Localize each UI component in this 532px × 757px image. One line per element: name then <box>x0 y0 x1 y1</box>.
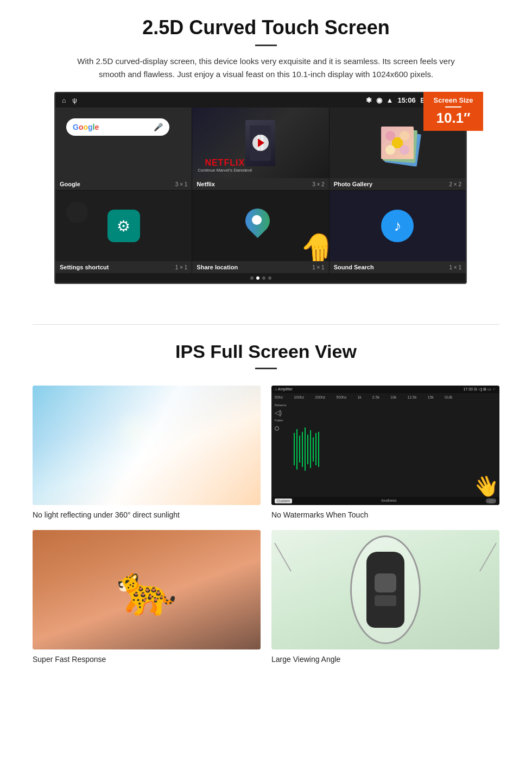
amp-time: 17:33 ⊟ ◁) ⊠ ▭ ← <box>463 387 496 392</box>
netflix-app-name: Netflix <box>197 181 215 187</box>
car-roof <box>375 595 396 606</box>
amp-status-bar: ⌂ Amplifier 17:33 ⊟ ◁) ⊠ ▭ ← <box>271 386 499 393</box>
settings-icon-bg: ⚙ <box>107 210 140 242</box>
section2-underline <box>255 368 277 369</box>
title-underline <box>255 45 277 46</box>
badge-size: 10.1″ <box>429 110 478 127</box>
netflix-app-size: 3 × 2 <box>312 181 325 187</box>
play-triangle <box>258 138 264 147</box>
settings-app-name: Settings shortcut <box>60 264 109 270</box>
feature-caption-sunlight: No light reflecting under 360° direct su… <box>33 510 261 519</box>
location-icon: ◉ <box>376 96 382 104</box>
section-ips: IPS Full Screen View No light reflecting… <box>0 341 532 685</box>
settings-thumbnail: ⚙ <box>55 191 192 261</box>
screen-size-badge: Screen Size 10.1″ <box>423 92 483 131</box>
cheetah-visual: 🐆 <box>33 530 261 649</box>
google-thumbnail: Google 🎤 <box>55 108 192 178</box>
touch-hand: 🤚 <box>300 231 329 261</box>
feature-image-sunlight <box>33 386 261 505</box>
section2-title: IPS Full Screen View <box>33 341 499 362</box>
feature-image-car <box>271 530 499 649</box>
netflix-brand: NETFLIX <box>198 158 252 168</box>
car-visual <box>271 530 499 649</box>
feature-caption-cheetah: Super Fast Response <box>33 655 261 664</box>
gallery-app-size: 2 × 2 <box>449 181 461 187</box>
maps-pin-inner <box>252 215 262 225</box>
app-cell-sound[interactable]: ♪ Sound Search 1 × 1 <box>330 191 466 273</box>
device-ui: ⌂ ψ ✱ ◉ ▲ 15:06 ⊟ ◁) ⊠ ▭ <box>54 92 467 284</box>
mic-icon[interactable]: 🎤 <box>154 123 163 131</box>
dot-2-active[interactable] <box>256 276 259 280</box>
music-note-icon: ♪ <box>394 217 401 235</box>
settings-app-size: 1 × 1 <box>175 264 188 270</box>
feature-sunlight: No light reflecting under 360° direct su… <box>33 386 261 519</box>
app-cell-settings[interactable]: ⚙ Settings shortcut 1 × 1 <box>55 191 192 273</box>
share-label-row: Share location 1 × 1 <box>192 261 328 273</box>
music-icon-bg: ♪ <box>381 210 414 242</box>
share-app-name: Share location <box>197 264 238 270</box>
google-app-size: 3 × 1 <box>175 181 188 187</box>
maps-icon-container <box>245 209 275 244</box>
home-icon[interactable]: ⌂ <box>62 97 66 104</box>
dot-4[interactable] <box>268 276 271 280</box>
share-thumbnail: 🤚 <box>192 191 328 261</box>
amp-visual: ⌂ Amplifier 17:33 ⊟ ◁) ⊠ ▭ ← 60hz 100hz … <box>271 386 499 505</box>
gallery-app-name: Photo Gallery <box>334 181 373 187</box>
amp-custom-btn[interactable]: Custom <box>275 499 292 503</box>
gear-symbol: ⚙ <box>117 217 130 235</box>
share-app-size: 1 × 1 <box>312 264 325 270</box>
pagination <box>55 273 466 283</box>
wifi-icon: ▲ <box>387 96 394 104</box>
status-left: ⌂ ψ <box>62 97 77 104</box>
google-content: Google 🎤 <box>61 113 186 141</box>
google-search-bar[interactable]: Google 🎤 <box>66 118 169 136</box>
feature-cheetah: 🐆 Super Fast Response <box>33 530 261 664</box>
feature-caption-amplifier: No Watermarks When Touch <box>271 510 499 519</box>
badge-label: Screen Size <box>429 96 478 104</box>
netflix-label-overlay: NETFLIX Continue Marvel's Daredevil <box>198 158 252 173</box>
feature-image-amplifier: ⌂ Amplifier 17:33 ⊟ ◁) ⊠ ▭ ← 60hz 100hz … <box>271 386 499 505</box>
car-oval <box>350 535 421 644</box>
sky-visual <box>33 386 261 505</box>
netflix-label-row: Netflix 3 × 2 <box>192 178 328 190</box>
sound-app-name: Sound Search <box>334 264 374 270</box>
netflix-thumbnail: NETFLIX Continue Marvel's Daredevil <box>192 108 328 178</box>
badge-divider <box>445 106 461 108</box>
sound-thumbnail: ♪ <box>330 191 466 261</box>
dot-3[interactable] <box>262 276 265 280</box>
feature-car: Large Viewing Angle <box>271 530 499 664</box>
app-cell-share[interactable]: 🤚 Share location 1 × 1 <box>192 191 328 273</box>
photo-stack <box>376 121 419 165</box>
app-grid: Google 🎤 Google 3 × 1 <box>55 108 466 273</box>
dot-1[interactable] <box>250 276 254 280</box>
section-divider <box>33 324 499 325</box>
photo-front <box>381 127 414 159</box>
status-time: 15:06 <box>397 96 415 104</box>
app-cell-google[interactable]: Google 🎤 Google 3 × 1 <box>55 108 192 190</box>
amp-footer: Custom loudness ◯ <box>271 497 499 505</box>
google-app-name: Google <box>60 181 80 187</box>
section-curved-screen: 2.5D Curved Touch Screen With 2.5D curve… <box>0 0 532 297</box>
amp-home-icon: ⌂ Amplifier <box>275 387 293 392</box>
section1-title: 2.5D Curved Touch Screen <box>33 16 499 39</box>
feature-caption-car: Large Viewing Angle <box>271 655 499 664</box>
section1-description: With 2.5D curved-display screen, this de… <box>76 55 456 81</box>
sound-app-size: 1 × 1 <box>449 264 461 270</box>
google-logo: Google <box>73 123 99 131</box>
cheetah-emoji: 🐆 <box>116 562 177 619</box>
feature-amplifier: ⌂ Amplifier 17:33 ⊟ ◁) ⊠ ▭ ← 60hz 100hz … <box>271 386 499 519</box>
netflix-subtitle: Continue Marvel's Daredevil <box>198 168 252 173</box>
usb-icon: ψ <box>72 97 77 104</box>
app-cell-netflix[interactable]: NETFLIX Continue Marvel's Daredevil Netf… <box>192 108 328 190</box>
amp-controls: Balance ◁) Fader <box>271 401 499 497</box>
car-body <box>366 552 404 628</box>
sound-label-row: Sound Search 1 × 1 <box>330 261 466 273</box>
feature-image-cheetah: 🐆 <box>33 530 261 649</box>
angle-line-left <box>274 543 292 572</box>
settings-label-row: Settings shortcut 1 × 1 <box>55 261 192 273</box>
device-wrapper: Screen Size 10.1″ ⌂ ψ ✱ ◉ ▲ 15:06 ⊟ ◁) ⊠ <box>54 92 478 284</box>
status-bar: ⌂ ψ ✱ ◉ ▲ 15:06 ⊟ ◁) ⊠ ▭ <box>55 93 466 108</box>
feature-grid: No light reflecting under 360° direct su… <box>33 386 499 664</box>
play-button[interactable] <box>252 135 269 151</box>
gallery-label-row: Photo Gallery 2 × 2 <box>330 178 466 190</box>
